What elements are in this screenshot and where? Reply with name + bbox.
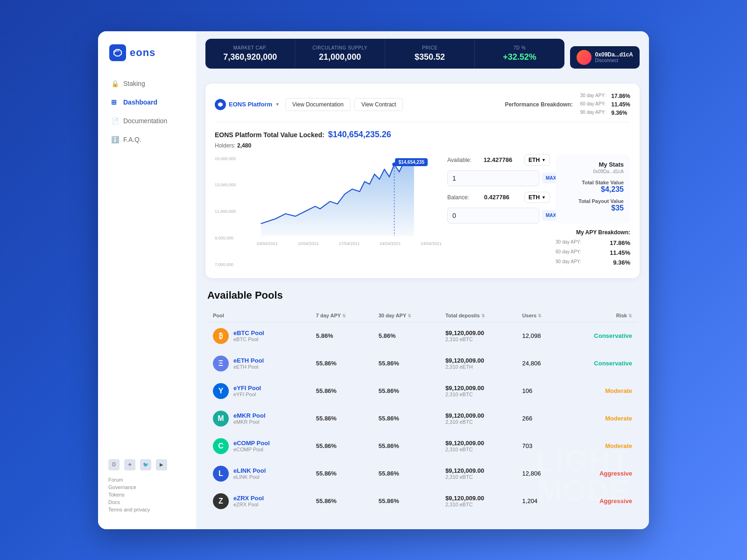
pool-apy7-2: 55.86% xyxy=(310,377,373,405)
table-row[interactable]: L eLINK Pool eLINK Pool 55.86% 55.86% $9… xyxy=(207,460,638,487)
sidebar-item-staking[interactable]: 🔒 Staking xyxy=(106,75,189,92)
table-row[interactable]: Ξ eETH Pool eETH Pool 55.86% 55.86% $9,1… xyxy=(207,350,638,377)
table-row[interactable]: M eMKR Pool eMKR Pool 55.86% 55.86% $9,1… xyxy=(207,405,638,432)
logo-icon xyxy=(109,44,126,61)
pool-icon-1: Ξ xyxy=(213,356,229,371)
pool-risk-4: Moderate xyxy=(563,432,638,460)
pools-title: Available Pools xyxy=(207,289,638,301)
total-payout-row: Total Payout Value $35 xyxy=(562,198,624,212)
wallet-button[interactable]: 0x09Da...d1cA Disconnect xyxy=(570,46,640,69)
footer-link-terms[interactable]: Terms and privacy xyxy=(108,507,186,512)
view-documentation-button[interactable]: View Documentation xyxy=(285,98,351,111)
token-selector-withdraw[interactable]: ETH ▼ xyxy=(524,192,550,203)
platform-nav: EONS Platform ▼ View Documentation View … xyxy=(215,93,630,122)
pool-apy7-5: 55.86% xyxy=(310,460,373,487)
pool-apy7-4: 55.86% xyxy=(310,432,373,460)
performance-breakdown-title: Performance Breakdown: xyxy=(505,101,572,108)
my-stats: My Stats 0x09Da...d1cA Total Stake Value… xyxy=(556,154,630,224)
platform-icon xyxy=(215,99,226,110)
chevron-down-icon: ▼ xyxy=(275,102,280,107)
sidebar-item-documentation[interactable]: 📄 Documentation xyxy=(106,112,189,129)
twitter-icon[interactable]: 🐦 xyxy=(140,459,151,470)
holders-row: Holders: 2,480 xyxy=(215,142,630,149)
chart-svg xyxy=(238,154,442,238)
pool-deposits-1: $9,120,009.00 2,310 eETH xyxy=(440,350,517,377)
pool-info-4: eCOMP Pool eCOMP Pool xyxy=(233,440,270,452)
main-card: EONS Platform ▼ View Documentation View … xyxy=(205,84,640,278)
wallet-info: 0x09Da...d1cA Disconnect xyxy=(595,51,633,63)
chart-tooltip: $14,654,235 xyxy=(395,158,428,166)
lock-icon: 🔒 xyxy=(111,80,119,87)
pool-users-1: 24,806 xyxy=(517,350,563,377)
pool-info-2: eYFI Pool eYFI Pool xyxy=(233,385,261,397)
pool-risk-3: Moderate xyxy=(563,405,638,432)
pool-deposits-5: $9,120,009.00 2,310 eBTC xyxy=(440,460,517,487)
pool-icon-2: Y xyxy=(213,383,229,399)
pool-apy30-2: 55.86% xyxy=(373,377,440,405)
pools-table-body: ₿ eBTC Pool eBTC Pool 5.86% 5.86% $9,120… xyxy=(207,322,638,515)
sidebar-item-dashboard[interactable]: ⊞ Dashboard xyxy=(106,94,189,111)
pool-apy7-0: 5.86% xyxy=(310,322,373,350)
table-row[interactable]: Y eYFI Pool eYFI Pool 55.86% 55.86% $9,1… xyxy=(207,377,638,405)
chevron-down-icon: ▼ xyxy=(542,195,546,200)
discord-icon[interactable]: D xyxy=(108,459,120,470)
pools-section: Available Pools Pool 7 day APY⇅ 30 day A… xyxy=(205,289,640,515)
dashboard-icon: ⊞ xyxy=(111,98,119,106)
pool-deposits-3: $9,120,009.00 2,310 eBTC xyxy=(440,405,517,432)
logo: eons xyxy=(98,44,196,75)
table-row[interactable]: ₿ eBTC Pool eBTC Pool 5.86% 5.86% $9,120… xyxy=(207,322,638,350)
footer-links: Forum Governance Tokens Docs Terms and p… xyxy=(106,477,189,512)
table-row[interactable]: Z eZRX Pool eZRX Pool 55.86% 55.86% $9,1… xyxy=(207,487,638,515)
sort-arrow: ⇅ xyxy=(538,314,542,318)
platform-selector[interactable]: EONS Platform ▼ xyxy=(215,99,280,110)
pool-icon-0: ₿ xyxy=(213,328,229,344)
footer-link-forum[interactable]: Forum xyxy=(108,477,186,483)
pools-table-header: Pool 7 day APY⇅ 30 day APY⇅ Total deposi… xyxy=(207,309,638,322)
view-contract-button[interactable]: View Contract xyxy=(354,98,403,111)
deposit-amount-input[interactable] xyxy=(447,170,539,186)
withdraw-amount-input[interactable] xyxy=(447,208,539,224)
footer-link-tokens[interactable]: Tokens xyxy=(108,492,186,497)
telegram-icon[interactable]: ✈ xyxy=(124,459,135,470)
deposit-area: Available: 12.427786 ETH ▼ MAX Deposit xyxy=(447,154,550,269)
pool-apy30-0: 5.86% xyxy=(373,322,440,350)
col-apy30[interactable]: 30 day APY⇅ xyxy=(373,309,440,322)
pool-name-cell-5: L eLINK Pool eLINK Pool xyxy=(207,460,310,487)
apy-60-row: 60 day APY: 11.45% xyxy=(556,249,630,256)
app-container: eons 🔒 Staking ⊞ Dashboard 📄 Documentati… xyxy=(98,31,649,529)
footer-link-governance[interactable]: Governance xyxy=(108,484,186,490)
pool-deposits-4: $9,120,009.00 2,310 eBTC xyxy=(440,432,517,460)
pool-apy7-1: 55.86% xyxy=(310,350,373,377)
pool-info-1: eETH Pool eETH Pool xyxy=(233,357,264,370)
pool-name-cell-3: M eMKR Pool eMKR Pool xyxy=(207,405,310,432)
youtube-icon[interactable]: ▶ xyxy=(156,459,167,470)
apy-30-row: 30 day APY: 17.86% xyxy=(556,239,630,246)
chart-wrapper: $14,654,235 xyxy=(238,154,442,246)
stat-market-cap: MARKET CAP. 7,360,920,000 xyxy=(205,39,295,69)
logo-text: eons xyxy=(130,47,155,59)
apy-90-row: 90 day APY: 9.36% xyxy=(556,259,630,266)
pool-apy7-6: 55.86% xyxy=(310,487,373,515)
pool-deposits-6: $9,120,009.00 2,310 eBTC xyxy=(440,487,517,515)
pool-deposits-2: $9,120,009.00 2,310 eBTC xyxy=(440,377,517,405)
stats-row: MARKET CAP. 7,360,920,000 CIRCULATING SU… xyxy=(205,39,640,76)
col-apy7[interactable]: 7 day APY⇅ xyxy=(310,309,373,322)
pools-table: Pool 7 day APY⇅ 30 day APY⇅ Total deposi… xyxy=(207,309,638,515)
col-deposits[interactable]: Total deposits⇅ xyxy=(440,309,517,322)
right-panel: My Stats 0x09Da...d1cA Total Stake Value… xyxy=(556,154,630,269)
pool-users-3: 266 xyxy=(517,405,563,432)
sidebar-item-faq[interactable]: ℹ️ F.A.Q. xyxy=(106,131,189,148)
col-users[interactable]: Users⇅ xyxy=(517,309,563,322)
footer-link-docs[interactable]: Docs xyxy=(108,499,186,505)
sidebar: eons 🔒 Staking ⊞ Dashboard 📄 Documentati… xyxy=(98,31,196,529)
pool-icon-4: C xyxy=(213,438,229,454)
pool-users-5: 12,806 xyxy=(517,460,563,487)
total-stake-row: Total Stake Value $4,235 xyxy=(562,180,624,194)
stats-bar: MARKET CAP. 7,360,920,000 CIRCULATING SU… xyxy=(205,39,564,69)
pool-users-6: 1,204 xyxy=(517,487,563,515)
pool-risk-1: Conservative xyxy=(563,350,638,377)
token-selector-deposit[interactable]: ETH ▼ xyxy=(524,154,550,166)
col-risk[interactable]: Risk⇅ xyxy=(563,309,638,322)
table-row[interactable]: C eCOMP Pool eCOMP Pool 55.86% 55.86% $9… xyxy=(207,432,638,460)
stat-circulating-supply: CIRCULATING SUPPLY 21,000,000 xyxy=(295,39,385,69)
